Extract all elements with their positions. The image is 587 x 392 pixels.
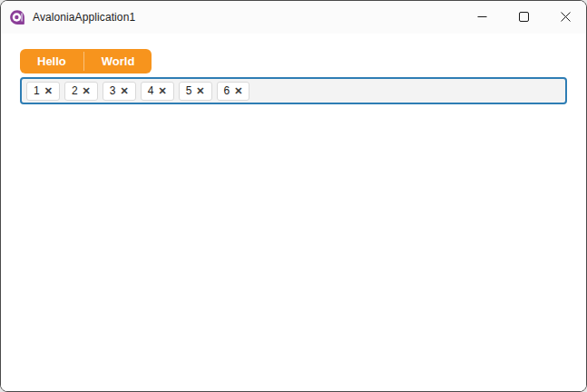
tag-chip: 2 ✕ bbox=[64, 82, 98, 101]
tag-label: 1 bbox=[34, 85, 40, 96]
content-area: Hello World 1 ✕ 2 ✕ 3 ✕ 4 ✕ 5 ✕ 6 ✕ bbox=[1, 34, 586, 391]
avalonia-logo-icon bbox=[9, 9, 25, 25]
remove-tag-icon[interactable]: ✕ bbox=[196, 86, 204, 96]
tag-chip: 1 ✕ bbox=[26, 82, 60, 101]
tag-label: 6 bbox=[224, 85, 230, 96]
minimize-icon bbox=[477, 11, 487, 24]
tag-label: 4 bbox=[148, 85, 154, 96]
tag-chip: 4 ✕ bbox=[141, 82, 174, 101]
remove-tag-icon[interactable]: ✕ bbox=[121, 86, 129, 96]
maximize-button[interactable] bbox=[503, 1, 544, 34]
tag-label: 5 bbox=[186, 85, 192, 96]
app-window: AvaloniaApplication1 Hello bbox=[0, 0, 587, 392]
close-button[interactable] bbox=[544, 1, 586, 34]
tag-label: 2 bbox=[72, 85, 78, 96]
close-icon bbox=[561, 11, 571, 24]
tags-input[interactable]: 1 ✕ 2 ✕ 3 ✕ 4 ✕ 5 ✕ 6 ✕ bbox=[20, 77, 567, 104]
titlebar[interactable]: AvaloniaApplication1 bbox=[1, 1, 586, 34]
minimize-button[interactable] bbox=[461, 1, 503, 34]
tag-chip: 3 ✕ bbox=[103, 82, 136, 101]
world-button[interactable]: World bbox=[84, 49, 152, 74]
window-controls bbox=[461, 1, 586, 34]
remove-tag-icon[interactable]: ✕ bbox=[44, 86, 53, 96]
remove-tag-icon[interactable]: ✕ bbox=[234, 86, 242, 96]
remove-tag-icon[interactable]: ✕ bbox=[83, 86, 91, 96]
remove-tag-icon[interactable]: ✕ bbox=[158, 86, 166, 96]
tag-label: 3 bbox=[110, 85, 116, 96]
tag-chip: 5 ✕ bbox=[179, 82, 212, 101]
window-title: AvaloniaApplication1 bbox=[33, 11, 135, 24]
maximize-icon bbox=[519, 11, 529, 24]
hello-button[interactable]: Hello bbox=[20, 49, 83, 74]
tag-chip: 6 ✕ bbox=[217, 82, 250, 101]
hello-world-split-button: Hello World bbox=[20, 49, 152, 74]
